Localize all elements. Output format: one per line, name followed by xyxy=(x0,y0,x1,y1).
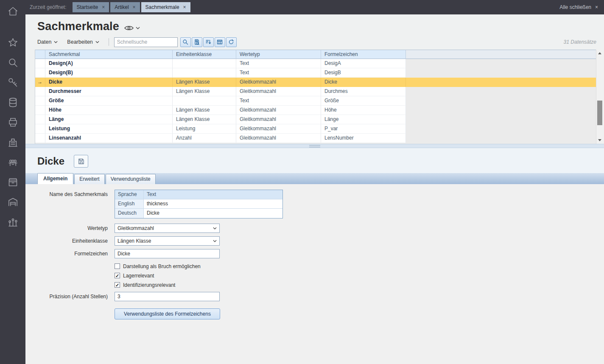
table-row[interactable]: Länge Längen Klasse Gleitkommazahl Länge xyxy=(35,115,596,124)
close-icon[interactable]: × xyxy=(133,4,136,10)
machine-icon[interactable] xyxy=(7,136,19,148)
table-row[interactable]: Größe Text Größe xyxy=(35,96,596,106)
row-marker xyxy=(35,96,45,106)
tab-sachmerkmale[interactable]: Sachmerkmale × xyxy=(141,2,190,12)
formelzeichen-input[interactable] xyxy=(115,249,220,258)
menu-bearbeiten[interactable]: Bearbeiten xyxy=(67,39,99,45)
grid-cell: Leistung xyxy=(173,124,236,134)
checkbox-label: Identifizierungsrelevant xyxy=(123,282,175,288)
grid-cell: Längen Klasse xyxy=(173,106,236,115)
key-icon[interactable] xyxy=(7,76,19,88)
header-filler xyxy=(406,50,596,59)
detail-header: Dicke xyxy=(25,148,604,173)
statistics-icon[interactable] xyxy=(7,216,19,228)
grid-cell: DesigB xyxy=(321,68,406,78)
row-marker xyxy=(35,106,45,115)
row-marker xyxy=(35,68,45,78)
splitter[interactable] xyxy=(25,144,604,148)
close-all-button[interactable]: Alle schließen × xyxy=(559,4,598,10)
tab-erweitert[interactable]: Erweitert xyxy=(74,174,104,184)
checkbox-lagerrelevant[interactable]: ✓ xyxy=(115,273,120,278)
column-header-wertetyp[interactable]: Wertetyp xyxy=(236,50,321,59)
column-header-sachmerkmal[interactable]: Sachmerkmal xyxy=(45,50,173,59)
row-marker: → xyxy=(35,78,45,87)
table-row[interactable]: Höhe Längen Klasse Gleitkommazahl Höhe xyxy=(35,106,596,115)
checkmark: ✓ xyxy=(115,283,119,288)
search-button[interactable] xyxy=(180,37,191,47)
scroll-up-icon[interactable] xyxy=(596,50,603,57)
toolbar-separator xyxy=(109,38,109,46)
database-icon[interactable] xyxy=(7,96,19,108)
sort-button[interactable] xyxy=(203,37,214,47)
grid-cell: Dicke xyxy=(45,78,173,87)
detail-form: Name des Sachmerkmals Sprache Text Engli… xyxy=(25,184,604,323)
save-icon xyxy=(78,158,84,165)
grid-cell: Anzahl xyxy=(173,134,236,143)
name-table-row[interactable]: English thickness xyxy=(115,199,282,209)
table-row[interactable]: Durchmesser Längen Klasse Gleitkommazahl… xyxy=(35,87,596,96)
scroll-down-icon[interactable] xyxy=(596,137,603,144)
language-cell: Deutsch xyxy=(115,209,144,218)
close-all-label: Alle schließen xyxy=(559,4,591,10)
column-header-formelzeichen[interactable]: Formelzeichen xyxy=(321,50,406,59)
conveyor-icon[interactable] xyxy=(7,156,19,168)
wertetyp-select[interactable]: Gleitkommazahl xyxy=(115,224,220,233)
close-icon[interactable]: × xyxy=(102,4,105,10)
column-header-sprache: Sprache xyxy=(115,190,144,199)
grid-cell: Design(B) xyxy=(45,68,173,78)
chevron-down-icon xyxy=(213,227,217,230)
grid-cell: Gleitkommazahl xyxy=(236,115,321,124)
scrollbar-thumb[interactable] xyxy=(597,101,602,125)
checkbox-identifizierungsrelevant[interactable]: ✓ xyxy=(115,282,120,288)
view-selector[interactable] xyxy=(124,25,140,31)
text-cell[interactable]: thickness xyxy=(144,199,282,209)
table-row-selected[interactable]: → Dicke Längen Klasse Gleitkommazahl Dic… xyxy=(35,78,596,87)
printer-icon[interactable] xyxy=(7,116,19,128)
quick-search-input[interactable] xyxy=(114,37,178,47)
table-row[interactable]: Design(B) Text DesigB xyxy=(35,68,596,78)
praezision-input[interactable] xyxy=(115,292,220,301)
tab-artikel[interactable]: Artikel × xyxy=(110,2,140,12)
einheitenklasse-label: Einheitenklasse xyxy=(36,236,115,246)
table-row[interactable]: Linsenanzahl Anzahl Gleitkommazahl LensN… xyxy=(35,134,596,143)
grid-scrollbar[interactable] xyxy=(596,50,603,144)
grid-cell: Text xyxy=(236,96,321,106)
currently-open-label: Zurzeit geöffnet: xyxy=(30,4,67,10)
close-icon: × xyxy=(595,4,598,10)
toolbar: Daten Bearbeiten 31 Datensätze xyxy=(25,36,604,48)
grid-cell: Länge xyxy=(45,115,173,124)
search-icon[interactable] xyxy=(7,56,19,68)
page-header: Sachmerkmale xyxy=(25,14,604,36)
checkbox-darstellung-als-bruch[interactable] xyxy=(115,263,120,269)
star-icon[interactable] xyxy=(7,36,19,48)
einheitenklasse-value: Längen Klasse xyxy=(117,238,151,244)
tab-allgemein[interactable]: Allgemein xyxy=(37,173,73,184)
verwendungsliste-button[interactable]: Verwendungsliste des Formelzeichens xyxy=(115,308,220,319)
save-button[interactable] xyxy=(74,155,88,168)
einheitenklasse-select[interactable]: Längen Klasse xyxy=(115,236,220,246)
table-row[interactable]: Design(A) Text DesigA xyxy=(35,59,596,68)
grid-cell: LensNumber xyxy=(321,134,406,143)
columns-button[interactable] xyxy=(215,37,225,47)
row-marker xyxy=(35,87,45,96)
name-table-row[interactable]: Deutsch Dicke xyxy=(115,209,282,218)
checkbox-label: Darstellung als Bruch ermöglichen xyxy=(123,263,201,269)
column-header-text: Text xyxy=(144,190,282,199)
column-header-einheitenklasse[interactable]: Einheitenklasse xyxy=(173,50,236,59)
table-row[interactable]: Leistung Leistung Gleitkommazahl P_var xyxy=(35,124,596,134)
menu-daten[interactable]: Daten xyxy=(37,39,58,45)
text-cell[interactable]: Dicke xyxy=(144,209,282,218)
warehouse-icon[interactable] xyxy=(7,196,19,208)
tab-startseite[interactable]: Startseite × xyxy=(73,2,109,12)
grid-cell: Leistung xyxy=(45,124,173,134)
sort-icon xyxy=(205,39,211,45)
grid-cell: Design(A) xyxy=(45,59,173,68)
home-icon[interactable] xyxy=(7,5,19,17)
eye-icon xyxy=(124,25,134,31)
archive-icon[interactable] xyxy=(7,176,19,188)
refresh-button[interactable] xyxy=(226,37,237,47)
report-button[interactable] xyxy=(192,37,202,47)
tab-verwendungsliste[interactable]: Verwendungsliste xyxy=(106,174,156,184)
grid-cell: Gleitkommazahl xyxy=(236,134,321,143)
close-icon[interactable]: × xyxy=(183,4,186,10)
